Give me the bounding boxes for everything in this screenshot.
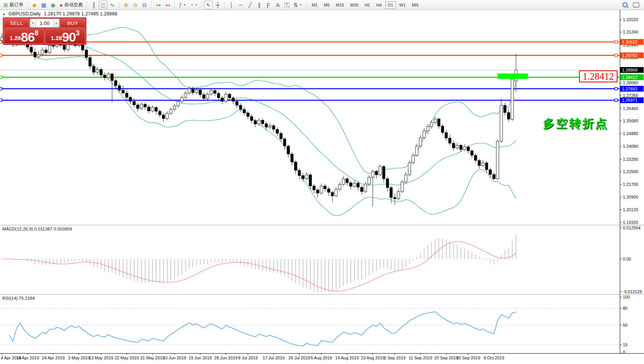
cursor-button[interactable]: ↖ [204,1,213,9]
turning-point-text-annotation[interactable]: 多空转折点 [543,116,608,132]
svg-text:10 Jun 2019: 10 Jun 2019 [163,356,186,360]
zoom-out-button[interactable]: ⊖ [131,1,140,9]
arrows-button[interactable]: ⇅▼ [292,1,304,9]
search-icon[interactable] [622,2,627,7]
timeframe-mn-button[interactable]: MN [409,1,421,9]
chart-title-row: ▲ GBPUSD,Daily 1.28170 1.29878 1.27485 1… [2,11,117,17]
svg-text:1.27260: 1.27260 [623,93,638,98]
macd-panel [2,235,516,292]
crosshair-icon: ┼ [216,2,220,8]
svg-text:15: 15 [623,342,627,347]
panel-separator[interactable] [0,225,644,225]
chat-icon[interactable] [633,2,639,8]
svg-text:1.26971: 1.26971 [622,98,637,102]
trendline-button[interactable]: ╱ [246,1,254,9]
volume-down-button[interactable]: ▼ [30,19,36,27]
timeframe-h4-button[interactable]: H4 [373,1,384,9]
svg-text:1.23280: 1.23280 [623,157,638,162]
price-level-annotation[interactable]: 1.28412 [579,70,617,82]
vertical-line-button[interactable]: │ [227,1,236,9]
svg-text:26 Jul 2019: 26 Jul 2019 [288,356,310,360]
timeframe-m1-button[interactable]: M1 [309,1,320,9]
signals-button[interactable]: ◉ [49,1,57,9]
timeframe-m30-button[interactable]: M30 [348,1,361,9]
chevron-down-icon[interactable]: ▼ [183,3,186,6]
line-chart-button[interactable]: ∿ [108,1,116,9]
svg-text:1.29782: 1.29782 [622,53,637,58]
sell-price-display[interactable]: 1.28868 [4,28,44,44]
timeframe-d1-button[interactable]: D1 [385,1,396,9]
sell-price-prefix: 1.28 [10,35,21,41]
rsi-line [9,312,516,346]
price-scale-badge: 1.29782 [620,52,644,58]
text-button[interactable]: A [273,1,282,9]
auto-trading-button[interactable]: ●自动交易 [58,1,84,9]
support-line-2[interactable] [0,99,620,102]
new-order-button[interactable]: ⊞新订单 [2,1,25,9]
svg-text:1.28060: 1.28060 [623,80,638,85]
new-order-icon: ⊞ [3,2,8,8]
panel-separator[interactable] [0,294,644,295]
crosshair-button[interactable]: ┼ [213,1,222,9]
periods-button[interactable]: ◔▼ [188,1,199,9]
svg-text:1.19320: 1.19320 [623,220,638,225]
auto-scroll-button[interactable]: ↦ [154,1,163,9]
tile-windows-icon: ⊟ [142,2,147,8]
auto-scroll-icon: ↦ [156,2,161,8]
chart-canvas[interactable]: 1.320201.312401.304401.296401.280601.272… [0,0,644,364]
svg-text:1.31240: 1.31240 [623,30,638,34]
green-zone-box[interactable] [498,73,528,79]
svg-text:50: 50 [623,323,627,327]
svg-text:1.20120: 1.20120 [623,207,638,212]
text-label-button[interactable]: T [283,1,291,9]
chevron-down-icon[interactable]: ▼ [195,3,197,6]
buy-button[interactable]: BUY [60,18,85,28]
timeframe-w1-button[interactable]: W1 [397,1,409,9]
auto-trading-icon: ● [60,2,63,8]
text-label-icon: T [285,3,289,7]
timeframe-m15-button[interactable]: M15 [333,1,347,9]
timeframe-h1-button[interactable]: H1 [362,1,373,9]
zoom-in-button[interactable]: ⊕ [122,1,130,9]
svg-text:1.24080: 1.24080 [623,144,638,149]
svg-text:17 Jul 2019: 17 Jul 2019 [263,356,285,360]
periods-icon: ◔ [190,2,193,8]
horizontal-line-button[interactable]: ─ [236,1,245,9]
resistance-line-2[interactable] [0,54,620,57]
svg-text:100: 100 [623,295,630,299]
macd-label: MACD(12,26,9) 0.011387 0.003809 [2,227,72,231]
svg-text:1.20900: 1.20900 [623,195,638,199]
main-plot [0,27,620,215]
timeframe-m5-button[interactable]: M5 [321,1,332,9]
equidistant-channel-button[interactable]: ∥ [255,1,263,9]
candlestick-chart-button[interactable]: ◫ [99,1,107,9]
svg-text:28 Jun 2019: 28 Jun 2019 [214,356,238,360]
svg-text:1.28868: 1.28868 [622,68,637,72]
svg-text:5 Aug 2019: 5 Aug 2019 [311,356,332,360]
volume-stepper: ▼ ▲ [30,18,60,28]
buy-price-display[interactable]: 1.28903 [45,28,85,44]
collapse-panel-icon[interactable]: ▲ [2,12,5,16]
line-chart-icon: ∿ [110,2,115,8]
bar-chart-button[interactable]: ║ [90,1,98,9]
market-watch-button[interactable]: ▦ [40,1,48,9]
svg-text:11 Sep 2019: 11 Sep 2019 [409,356,433,360]
chart-shift-button[interactable]: ↤ [163,1,172,9]
indicators-button[interactable]: ƒ▼ [177,1,188,9]
layout-button[interactable]: ◆ [30,1,39,9]
resistance-line-1[interactable] [0,41,620,43]
fibonacci-button[interactable]: Ƒ [264,1,273,9]
support-line-1[interactable] [0,87,620,90]
rsi-label: RSI(14) 75.2184 [2,296,35,301]
svg-text:80: 80 [623,306,627,311]
volume-input[interactable] [36,19,53,27]
time-axis: 4 Apr 201914 Apr 201924 Apr 20193 May 20… [1,353,504,360]
chevron-down-icon[interactable]: ▼ [300,3,302,6]
sell-button[interactable]: SELL [4,18,29,28]
tile-windows-button[interactable]: ⊟ [140,1,149,9]
volume-up-button[interactable]: ▲ [53,19,59,27]
toolbar-separator [174,2,175,8]
rsi-panel [0,308,620,346]
svg-text:24 Apr 2019: 24 Apr 2019 [42,356,65,360]
svg-text:1.25680: 1.25680 [623,119,638,123]
